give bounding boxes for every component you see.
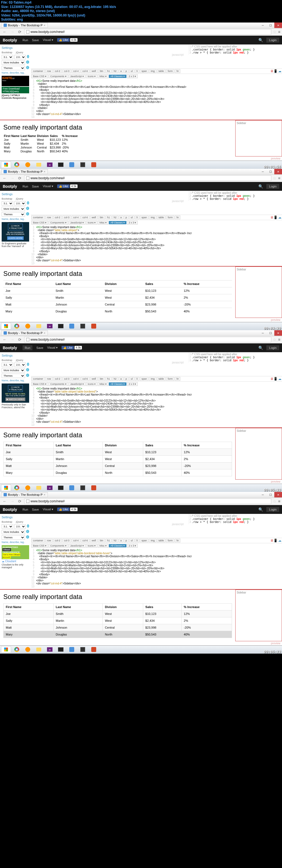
ad-cloudant[interactable]: ☁ Cloudant: [2, 560, 29, 563]
bootstrap-select[interactable]: 3.1.1: [2, 524, 13, 529]
brand-logo[interactable]: Bootply: [3, 184, 17, 189]
forward-button[interactable]: →: [9, 30, 16, 34]
insert-a[interactable]: a: [119, 69, 123, 73]
run-link[interactable]: Run: [23, 38, 28, 42]
components-menu[interactable]: Components ▾: [49, 382, 68, 386]
menu-icon[interactable]: ≡: [278, 30, 280, 34]
bookmark-icon[interactable]: ☆: [273, 176, 277, 180]
ad-guaranteed[interactable]: GUARANTEEDDBaaSPERFORMANCEGet a free DBa…: [2, 545, 29, 559]
icons-menu[interactable]: Icons ▾: [86, 74, 97, 78]
insert-span[interactable]: span: [140, 216, 149, 219]
components-menu[interactable]: Components ▾: [49, 221, 68, 224]
taskbar-chrome[interactable]: [11, 322, 22, 330]
insert-li[interactable]: li: [135, 216, 139, 219]
url-input[interactable]: www.bootply.com/new#: [24, 498, 271, 504]
insert-col-4[interactable]: col-4: [72, 377, 81, 381]
html-editor[interactable]: 12345678910111213 <h1>Some really import…: [31, 548, 282, 589]
insert-form[interactable]: form: [166, 377, 174, 381]
bootstrap-select[interactable]: 3.1.1: [2, 201, 13, 206]
insert-h1[interactable]: h1: [106, 538, 112, 542]
code-body[interactable]: <h1>Some really important data</h1> <tab…: [36, 549, 192, 588]
insert-btn[interactable]: btn: [98, 216, 105, 219]
search-icon[interactable]: 🔍: [258, 346, 263, 350]
insert-col-6[interactable]: col-6: [81, 69, 90, 73]
describe-link[interactable]: Name, describe, tag..: [2, 71, 29, 74]
insert-form[interactable]: form: [166, 216, 174, 219]
more-includes-select[interactable]: More Includes: [2, 207, 25, 211]
cloud-icon[interactable]: ☁: [278, 377, 281, 381]
brand-logo[interactable]: Bootply: [3, 346, 17, 350]
insert-col-2[interactable]: col-2: [53, 216, 62, 219]
forward-button[interactable]: →: [9, 176, 16, 180]
info-icon[interactable]: i: [26, 374, 29, 377]
grid-button[interactable]: 2 x 3 ▾: [127, 382, 138, 386]
minimize-button[interactable]: ─: [259, 169, 266, 174]
code-body[interactable]: <h1>Some really important data</h1> <tab…: [36, 226, 192, 265]
search-icon[interactable]: 🔍: [258, 507, 263, 512]
info-icon[interactable]: i: [26, 207, 29, 210]
info-icon[interactable]: i: [26, 60, 29, 64]
taskbar-vs[interactable]: ∞: [45, 322, 55, 330]
insert-li[interactable]: li: [135, 538, 139, 542]
login-button[interactable]: Login: [266, 184, 279, 189]
insert-container[interactable]: container: [31, 377, 45, 381]
insert-col-3[interactable]: col-3: [62, 538, 71, 542]
browser-tab[interactable]: Bootply - The Bootstrap P ×: [1, 169, 48, 174]
visual-link[interactable]: Visual ▾: [43, 184, 53, 188]
insert-hr[interactable]: hr: [175, 377, 180, 381]
device-icon[interactable]: 🖥📱: [270, 216, 278, 219]
css-editor[interactable]: 1 /* CSS used here will be applied after…: [189, 44, 282, 55]
taskbar-app[interactable]: [66, 646, 77, 653]
insert-h1[interactable]: h1: [106, 216, 112, 219]
all-classes-button[interactable]: All Classes ▾: [109, 544, 126, 547]
insert-a[interactable]: a: [119, 216, 123, 219]
start-button[interactable]: [1, 646, 11, 653]
brand-logo[interactable]: Bootply: [3, 38, 17, 42]
insert-img[interactable]: img: [149, 377, 157, 381]
close-button[interactable]: ✕: [274, 169, 282, 174]
insert-col-3[interactable]: col-3: [62, 377, 71, 381]
insert-table[interactable]: table: [157, 377, 166, 381]
describe-link[interactable]: Name, describe, tag..: [2, 541, 29, 544]
taskbar-explorer[interactable]: [33, 484, 44, 491]
misc-menu[interactable]: Misc ▾: [98, 382, 108, 386]
reload-button[interactable]: ⟳: [17, 176, 23, 180]
jquery-select[interactable]: 2.0.2: [14, 363, 26, 367]
info-icon[interactable]: i: [27, 201, 29, 205]
ad-download[interactable]: Free DownloadHTML5/jQuery: [2, 87, 29, 93]
misc-menu[interactable]: Misc ▾: [98, 544, 108, 548]
login-button[interactable]: Login: [266, 507, 279, 512]
insert-ul[interactable]: ul: [129, 69, 134, 73]
themes-select[interactable]: Themes: [2, 535, 25, 540]
insert-span[interactable]: span: [140, 377, 149, 381]
insert-hr[interactable]: hr: [175, 216, 180, 219]
insert-span[interactable]: span: [140, 538, 149, 542]
save-link[interactable]: Save: [32, 185, 39, 188]
info-icon[interactable]: i: [27, 55, 29, 58]
close-button[interactable]: ✕: [274, 330, 282, 336]
maximize-button[interactable]: ☐: [266, 23, 274, 28]
insert-btn[interactable]: btn: [98, 69, 105, 73]
bookmark-icon[interactable]: ☆: [273, 30, 277, 34]
insert-table[interactable]: table: [157, 69, 166, 73]
taskbar-chrome[interactable]: [11, 484, 22, 491]
login-button[interactable]: Login: [266, 38, 279, 42]
cloud-icon[interactable]: ☁: [278, 538, 281, 542]
themes-select[interactable]: Themes: [2, 212, 25, 217]
back-button[interactable]: ←: [2, 337, 8, 342]
insert-col-6[interactable]: col-6: [81, 538, 90, 542]
taskbar-sublime[interactable]: [78, 646, 88, 653]
search-icon[interactable]: 🔍: [258, 38, 263, 42]
save-link[interactable]: Save: [36, 346, 43, 349]
insert-well[interactable]: well: [90, 377, 98, 381]
taskbar[interactable]: ∞: [0, 322, 282, 330]
insert-btn[interactable]: btn: [98, 538, 105, 542]
taskbar-app[interactable]: [66, 322, 77, 330]
taskbar-powerpoint[interactable]: [88, 646, 99, 653]
insert-form[interactable]: form: [166, 538, 174, 542]
taskbar-vs[interactable]: ∞: [45, 484, 55, 491]
taskbar-vs[interactable]: ∞: [45, 646, 55, 653]
bookmark-icon[interactable]: ☆: [273, 337, 277, 342]
base-css-menu[interactable]: Base CSS ▾: [31, 382, 48, 386]
html-editor[interactable]: 12345678910111213 <h1>Some really import…: [31, 225, 282, 266]
